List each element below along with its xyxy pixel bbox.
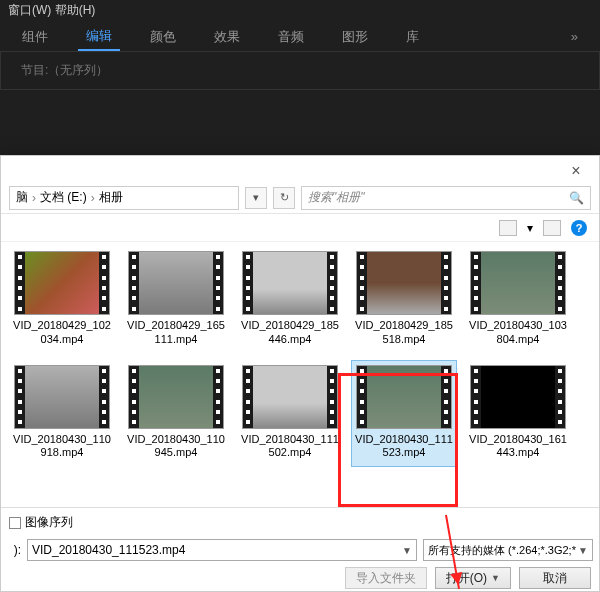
tab-components[interactable]: 组件 [14, 24, 56, 50]
open-button[interactable]: 打开(O) ▼ [435, 567, 511, 589]
view-mode-icon[interactable] [499, 220, 517, 236]
file-name: VID_20180430_103804.mp4 [468, 319, 568, 347]
view-dropdown-icon[interactable]: ▾ [527, 221, 533, 235]
dialog-toolbar: ▾ ? [1, 214, 599, 242]
search-icon[interactable]: 🔍 [569, 191, 584, 205]
chevron-down-icon[interactable]: ▼ [402, 545, 412, 556]
video-thumbnail [470, 365, 566, 429]
breadcrumb[interactable]: 脑› 文档 (E:)› 相册 [9, 186, 239, 210]
file-item[interactable]: VID_20180429_185446.mp4 [237, 246, 343, 354]
video-thumbnail [356, 251, 452, 315]
preview-pane-icon[interactable] [543, 220, 561, 236]
file-name: VID_20180430_110918.mp4 [12, 433, 112, 461]
program-panel-title: 节目:（无序列） [0, 52, 600, 90]
open-file-dialog: × 脑› 文档 (E:)› 相册 ▾ ↻ 搜索"相册" 🔍 ▾ ? VID_20… [0, 155, 600, 592]
file-item[interactable]: VID_20180430_110918.mp4 [9, 360, 115, 468]
video-thumbnail [242, 365, 338, 429]
breadcrumb-dropdown[interactable]: ▾ [245, 187, 267, 209]
file-name: VID_20180429_102034.mp4 [12, 319, 112, 347]
file-list[interactable]: VID_20180429_102034.mp4VID_20180429_1651… [1, 242, 599, 507]
file-item[interactable]: VID_20180429_185518.mp4 [351, 246, 457, 354]
tab-library[interactable]: 库 [398, 24, 427, 50]
file-name: VID_20180429_185518.mp4 [354, 319, 454, 347]
file-name: VID_20180429_165111.mp4 [126, 319, 226, 347]
app-menubar[interactable]: 窗口(W) 帮助(H) [0, 0, 600, 22]
file-item[interactable]: VID_20180430_111502.mp4 [237, 360, 343, 468]
video-thumbnail [128, 365, 224, 429]
video-thumbnail [356, 365, 452, 429]
chevron-down-icon[interactable]: ▼ [578, 545, 588, 556]
image-sequence-label: 图像序列 [25, 514, 73, 531]
file-item[interactable]: VID_20180430_161443.mp4 [465, 360, 571, 468]
breadcrumb-part[interactable]: 相册 [99, 189, 123, 206]
search-input[interactable]: 搜索"相册" 🔍 [301, 186, 591, 210]
file-name: VID_20180430_111502.mp4 [240, 433, 340, 461]
image-sequence-checkbox[interactable] [9, 517, 21, 529]
breadcrumb-part[interactable]: 文档 (E:) [40, 189, 87, 206]
tab-color[interactable]: 颜色 [142, 24, 184, 50]
filename-label: ): [7, 543, 21, 557]
search-placeholder: 搜索"相册" [308, 189, 365, 206]
file-item[interactable]: VID_20180430_111523.mp4 [351, 360, 457, 468]
tab-graphics[interactable]: 图形 [334, 24, 376, 50]
file-item[interactable]: VID_20180429_165111.mp4 [123, 246, 229, 354]
breadcrumb-part[interactable]: 脑 [16, 189, 28, 206]
close-icon[interactable]: × [561, 162, 591, 180]
tab-edit[interactable]: 编辑 [78, 23, 120, 51]
video-thumbnail [470, 251, 566, 315]
workspace-tabs: 组件 编辑 颜色 效果 音频 图形 库 » [0, 22, 600, 52]
video-thumbnail [14, 251, 110, 315]
video-thumbnail [14, 365, 110, 429]
filename-field[interactable]: VID_20180430_111523.mp4 ▼ [27, 539, 417, 561]
video-thumbnail [128, 251, 224, 315]
file-name: VID_20180430_110945.mp4 [126, 433, 226, 461]
refresh-button[interactable]: ↻ [273, 187, 295, 209]
tabs-overflow[interactable]: » [563, 25, 586, 48]
help-icon[interactable]: ? [571, 220, 587, 236]
file-name: VID_20180430_111523.mp4 [354, 433, 454, 461]
import-folder-button[interactable]: 导入文件夹 [345, 567, 427, 589]
split-arrow-icon[interactable]: ▼ [491, 573, 500, 583]
tab-audio[interactable]: 音频 [270, 24, 312, 50]
file-item[interactable]: VID_20180429_102034.mp4 [9, 246, 115, 354]
tab-effects[interactable]: 效果 [206, 24, 248, 50]
cancel-button[interactable]: 取消 [519, 567, 591, 589]
file-name: VID_20180429_185446.mp4 [240, 319, 340, 347]
video-thumbnail [242, 251, 338, 315]
file-name: VID_20180430_161443.mp4 [468, 433, 568, 461]
file-type-filter[interactable]: 所有支持的媒体 (*.264;*.3G2;* ▼ [423, 539, 593, 561]
filename-value: VID_20180430_111523.mp4 [32, 543, 185, 557]
file-item[interactable]: VID_20180430_103804.mp4 [465, 246, 571, 354]
file-item[interactable]: VID_20180430_110945.mp4 [123, 360, 229, 468]
